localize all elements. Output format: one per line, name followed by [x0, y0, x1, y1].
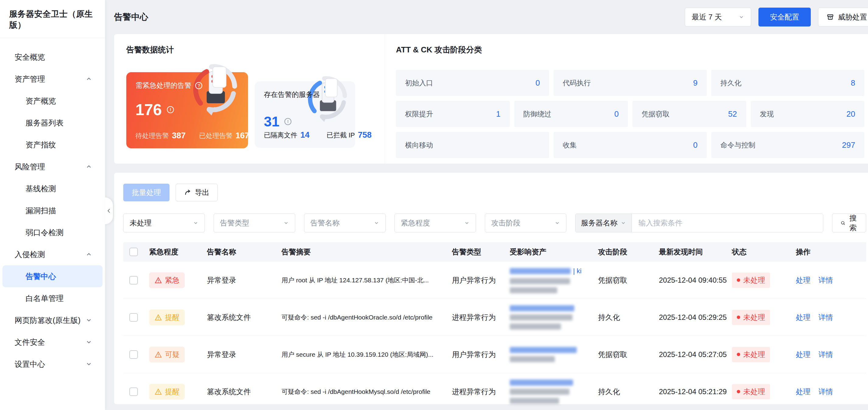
attack-stage-privilege-escalation[interactable]: 权限提升1: [396, 101, 510, 127]
sidebar-item-weak-password-check[interactable]: 弱口令检测: [2, 222, 102, 243]
redacted-asset-link[interactable]: [510, 268, 571, 274]
search-input[interactable]: [632, 214, 823, 232]
urgent-alerts-value: 176 !: [135, 100, 239, 119]
export-button[interactable]: 导出: [176, 184, 218, 201]
redacted-asset-link[interactable]: [510, 380, 573, 386]
attack-stage-filter-select[interactable]: 攻击阶段: [485, 213, 566, 232]
alert-summary: 可疑命令: sed -i /dbAgentHookMysql.so/d /etc…: [281, 387, 452, 396]
attack-stage-discovery[interactable]: 发现20: [751, 101, 865, 127]
attack-stage-credential-theft[interactable]: 凭据窃取52: [632, 101, 746, 127]
chevron-down-icon: [86, 339, 92, 345]
affected-asset[interactable]: [510, 380, 598, 404]
row-checkbox[interactable]: [129, 276, 138, 285]
alert-name: 异常登录: [207, 350, 281, 359]
affected-asset[interactable]: [510, 305, 598, 329]
page-title: 告警中心: [114, 11, 148, 23]
sidebar-item-vulnerability-scan[interactable]: 漏洞扫描: [2, 200, 102, 222]
select-all-checkbox[interactable]: [129, 247, 138, 256]
status-badge: 未处理: [732, 347, 770, 362]
sidebar-group-settings-center[interactable]: 设置中心: [2, 353, 102, 375]
attack-stage: 凭据窃取: [598, 275, 659, 285]
detail-link[interactable]: 详情: [818, 275, 833, 285]
warning-icon: [154, 351, 162, 358]
row-checkbox[interactable]: [129, 313, 138, 322]
pending-alerts-value: 387: [172, 131, 186, 140]
sidebar-item-server-list[interactable]: 服务器列表: [2, 112, 102, 134]
sidebar-group-asset-management[interactable]: 资产管理: [2, 68, 102, 90]
status-filter-select[interactable]: 未处理: [123, 213, 205, 232]
severity-badge: 提醒: [149, 310, 185, 325]
table-header: 紧急程度 告警名称 告警摘要 告警类型 受影响资产 攻击阶段 最新发现时间 状态…: [123, 242, 866, 262]
isolated-files-value: 14: [300, 130, 310, 140]
attack-stage-title: ATT & CK 攻击阶段分类: [396, 45, 864, 55]
blocked-ip-label: 已拦截 IP: [327, 131, 355, 140]
alert-type: 进程异常行为: [452, 387, 510, 397]
detail-link[interactable]: 详情: [818, 350, 833, 359]
help-icon[interactable]: ?: [194, 81, 203, 90]
detail-link[interactable]: 详情: [818, 313, 833, 322]
discover-time: 2025-12-04 05:27:05: [659, 350, 732, 359]
chevron-down-icon: [621, 220, 626, 226]
alerting-servers-label: 存在告警的服务器: [264, 90, 346, 99]
alert-type: 进程异常行为: [452, 313, 510, 322]
sidebar-item-asset-overview[interactable]: 资产概览: [2, 90, 102, 112]
page-header: 告警中心 最近 7 天 安全配置 威胁处置: [114, 0, 868, 34]
date-range-select[interactable]: 最近 7 天: [685, 8, 751, 27]
row-checkbox[interactable]: [129, 350, 138, 359]
sidebar-group-file-security[interactable]: 文件安全: [2, 331, 102, 353]
chevron-down-icon: [86, 317, 92, 323]
alert-name-filter-select[interactable]: 告警名称: [304, 213, 385, 232]
sidebar-group-intrusion-detection[interactable]: 入侵检测: [2, 243, 102, 265]
alert-type: 用户异常行为: [452, 350, 510, 359]
redacted-asset-text: [510, 314, 572, 320]
handle-link[interactable]: 处理: [796, 387, 810, 397]
alert-summary: 用户 secure 从 IP 地址 10.39.159.120 (地区:局域网)…: [281, 350, 452, 359]
search-button[interactable]: 搜索: [832, 213, 866, 232]
attack-stage-lateral-movement[interactable]: 横向移动: [396, 132, 549, 158]
sidebar-item-security-overview[interactable]: 安全概览: [2, 46, 102, 68]
attack-stage-code-execution[interactable]: 代码执行9: [554, 70, 707, 96]
attack-stage-persistence[interactable]: 持久化8: [711, 70, 864, 96]
redacted-asset-link[interactable]: [510, 347, 577, 353]
attack-stage-initial-access[interactable]: 初始入口0: [396, 70, 549, 96]
affected-asset[interactable]: [510, 347, 598, 362]
sidebar-group-webpage-tamper-proof[interactable]: 网页防篡改(原生版): [2, 309, 102, 331]
blocked-ip-value: 758: [358, 130, 372, 140]
alerting-servers-card[interactable]: 存在告警的服务器 31 ! 已隔离文件 14 已拦截 IP 758: [255, 81, 355, 148]
attack-stage: 凭据窃取: [598, 350, 659, 359]
sidebar-group-risk-management[interactable]: 风险管理: [2, 156, 102, 178]
threat-dispose-button[interactable]: 威胁处置: [818, 8, 868, 27]
handle-link[interactable]: 处理: [796, 313, 810, 322]
handle-link[interactable]: 处理: [796, 350, 810, 359]
warning-icon: [154, 276, 162, 284]
handled-alerts-label: 已处理告警: [199, 131, 232, 140]
sidebar-item-asset-fingerprint[interactable]: 资产指纹: [2, 134, 102, 156]
alert-statistics-title: 告警数据统计: [126, 45, 373, 55]
alert-type-filter-select[interactable]: 告警类型: [214, 213, 295, 232]
svg-text:!: !: [169, 107, 171, 112]
discover-time: 2025-12-04 09:40:55: [659, 276, 732, 285]
handle-link[interactable]: 处理: [796, 275, 810, 285]
attack-stage-command-and-control[interactable]: 命令与控制297: [711, 132, 864, 158]
attack-stage: 持久化: [598, 313, 659, 322]
security-config-button[interactable]: 安全配置: [758, 8, 811, 27]
urgent-alerts-card[interactable]: 需紧急处理的告警 ? 176 ! 待处理告警 387 已处理告警 1673: [126, 72, 248, 148]
sidebar-collapse-handle[interactable]: [105, 197, 113, 224]
redacted-asset-link[interactable]: [510, 305, 574, 311]
detail-link[interactable]: 详情: [818, 387, 833, 397]
attack-stage-collection[interactable]: 收集0: [554, 132, 707, 158]
attack-stage-defense-evasion[interactable]: 防御绕过0: [514, 101, 628, 127]
sidebar-item-whitelist-management[interactable]: 白名单管理: [2, 287, 102, 309]
discover-time: 2025-12-04 05:29:25: [659, 313, 732, 322]
overview-card: 告警数据统计 需紧急处理的告警: [114, 34, 868, 164]
sidebar-item-baseline-check[interactable]: 基线检测: [2, 178, 102, 200]
severity-filter-select[interactable]: 紧急程度: [395, 213, 476, 232]
alert-name: 异常登录: [207, 275, 281, 285]
affected-asset[interactable]: | ki: [510, 267, 598, 293]
sidebar-item-alert-center[interactable]: 告警中心: [2, 265, 102, 287]
chevron-down-icon: [555, 220, 560, 226]
chevron-up-icon: [86, 76, 92, 82]
row-checkbox[interactable]: [129, 387, 138, 396]
batch-process-button[interactable]: 批量处理: [123, 184, 169, 201]
server-name-field-select[interactable]: 服务器名称: [576, 214, 632, 232]
